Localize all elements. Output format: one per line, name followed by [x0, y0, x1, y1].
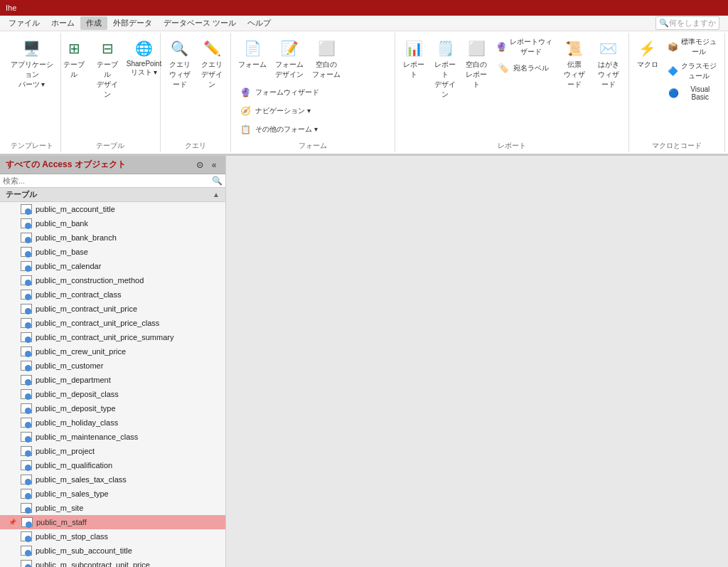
invoice-wizard-icon: 📜	[563, 37, 586, 60]
btn-query-wizard[interactable]: 🔍 クエリウィザード	[165, 36, 195, 91]
table-name-label: public_m_customer	[36, 361, 103, 370]
btn-table[interactable]: ⊞ テーブル	[59, 36, 90, 81]
menu-search[interactable]: 🔍 何をしますか	[655, 16, 719, 30]
btn-class-module-label: クラスモジュール	[681, 61, 717, 81]
nav-collapse-icon[interactable]: «	[208, 159, 220, 171]
table-row[interactable]: public_m_deposit_class	[0, 387, 225, 401]
btn-report-wizard[interactable]: 🔮 レポートウィザード	[493, 36, 556, 58]
btn-class-module[interactable]: 🔷 クラスモジュール	[665, 60, 720, 83]
nav-header[interactable]: すべての Access オブジェクト ⊙ «	[0, 156, 225, 174]
btn-table-design[interactable]: ⊟ テーブルデザイン	[92, 36, 123, 101]
content-area	[226, 156, 728, 567]
table-row[interactable]: public_m_project	[0, 444, 225, 458]
menu-db-tools[interactable]: データベース ツール	[158, 16, 242, 30]
globe-overlay-icon	[25, 337, 31, 343]
table-row[interactable]: public_m_contract_unit_price_summary	[0, 330, 225, 344]
table-row[interactable]: public_m_qualification	[0, 458, 225, 472]
btn-blank-form[interactable]: ⬜ 空白のフォーム	[309, 36, 343, 81]
btn-invoice-wizard[interactable]: 📜 伝票ウィザード	[559, 36, 590, 91]
search-input[interactable]	[3, 176, 209, 185]
table-row[interactable]: public_m_deposit_type	[0, 401, 225, 415]
table-row[interactable]: 📌public_m_staff	[0, 515, 225, 529]
menu-home[interactable]: ホーム	[46, 16, 80, 30]
group-form-label: フォーム	[299, 141, 327, 152]
globe-overlay-icon	[25, 379, 31, 386]
btn-query-design[interactable]: ✏️ クエリデザイン	[198, 36, 226, 91]
btn-form-design[interactable]: 📝 フォームデザイン	[272, 36, 306, 81]
table-icon	[20, 545, 31, 556]
table-row[interactable]: public_m_stop_class	[0, 529, 225, 544]
btn-table-design-label: テーブルデザイン	[95, 60, 120, 100]
table-row[interactable]: public_m_bank	[0, 216, 225, 230]
table-row[interactable]: public_m_base	[0, 245, 225, 259]
group-report-label: レポート	[498, 141, 526, 152]
table-row[interactable]: public_m_contract_unit_price	[0, 302, 225, 316]
table-row[interactable]: public_m_department	[0, 373, 225, 387]
btn-sharepoint-list[interactable]: 🌐 SharePointリスト ▾	[126, 36, 162, 79]
other-forms-icon: 📋	[238, 122, 252, 137]
btn-report-design[interactable]: 🗒️ レポートデザイン	[431, 36, 459, 101]
class-module-icon: 🔷	[668, 64, 678, 78]
table-name-label: public_m_holiday_class	[36, 418, 118, 427]
globe-overlay-icon	[25, 422, 31, 428]
table-row[interactable]: public_m_account_title	[0, 202, 225, 216]
btn-blank-report[interactable]: ⬜ 空白のレポート	[462, 36, 491, 91]
btn-navigation[interactable]: 🧭 ナビゲーション ▾	[235, 102, 322, 120]
table-icon	[21, 516, 32, 528]
btn-application-parts[interactable]: 🖥️ アプリケーションパーツ ▾	[7, 36, 56, 91]
table-row[interactable]: public_m_contract_class	[0, 287, 225, 302]
group-query-label: クエリ	[185, 141, 206, 152]
report-small-buttons: 🔮 レポートウィザード 🏷️ 宛名ラベル	[493, 36, 556, 77]
menu-help[interactable]: ヘルプ	[242, 16, 277, 30]
table-row[interactable]: public_m_subcontract_unit_price	[0, 558, 225, 567]
table-icon	[20, 445, 31, 457]
btn-blank-form-label: 空白のフォーム	[312, 60, 341, 80]
btn-address-label[interactable]: 🏷️ 宛名ラベル	[493, 60, 556, 77]
table-row[interactable]: public_m_maintenance_class	[0, 430, 225, 444]
query-wizard-icon: 🔍	[168, 37, 191, 60]
section-toggle-icon[interactable]: ▲	[213, 191, 220, 198]
table-row[interactable]: public_m_sales_type	[0, 487, 225, 501]
form-design-icon: 📝	[278, 37, 301, 60]
btn-standard-module-label: 標準モジュール	[681, 37, 717, 57]
table-row[interactable]: public_m_calendar	[0, 259, 225, 273]
application-parts-icon: 🖥️	[21, 37, 43, 60]
table-row[interactable]: public_m_site	[0, 501, 225, 515]
table-row[interactable]: public_m_contract_unit_price_class	[0, 316, 225, 330]
navigation-icon: 🧭	[238, 104, 252, 118]
table-icon	[20, 531, 31, 542]
table-row[interactable]: public_m_holiday_class	[0, 415, 225, 430]
table-row[interactable]: public_m_crew_unit_price	[0, 344, 225, 359]
btn-form[interactable]: 📄 フォーム	[235, 36, 269, 71]
btn-other-forms[interactable]: 📋 その他のフォーム ▾	[235, 121, 322, 138]
table-row[interactable]: public_m_bank_branch	[0, 230, 225, 245]
btn-visual-basic[interactable]: 🔵 Visual Basic	[665, 84, 720, 102]
btn-postcard-wizard[interactable]: ✉️ はがきウィザード	[593, 36, 624, 91]
table-row[interactable]: public_m_construction_method	[0, 273, 225, 287]
globe-overlay-icon	[25, 237, 31, 243]
btn-standard-module[interactable]: 📦 標準モジュール	[665, 36, 720, 58]
nav-header-icons: ⊙ «	[194, 159, 220, 171]
table-name-label: public_m_calendar	[36, 262, 101, 270]
table-design-icon: ⊟	[96, 37, 119, 60]
globe-overlay-icon	[25, 450, 31, 457]
btn-form-wizard[interactable]: 🔮 フォームウィザード	[235, 84, 322, 101]
table-icon	[20, 303, 31, 314]
menu-external-data[interactable]: 外部データ	[107, 16, 158, 30]
nav-expand-icon[interactable]: ⊙	[194, 159, 205, 171]
globe-overlay-icon	[25, 223, 31, 229]
btn-macro[interactable]: ⚡ マクロ	[633, 36, 662, 71]
table-icon	[20, 388, 31, 400]
ribbon-group-table-inner: ⊞ テーブル ⊟ テーブルデザイン 🌐 SharePointリスト ▾	[59, 33, 162, 141]
menu-create[interactable]: 作成	[80, 16, 107, 30]
table-icon: ⊞	[63, 37, 85, 60]
table-row[interactable]: public_m_sales_tax_class	[0, 472, 225, 487]
table-row[interactable]: public_m_sub_account_title	[0, 544, 225, 558]
table-row[interactable]: public_m_customer	[0, 359, 225, 373]
section-header-table[interactable]: テーブル ▲	[0, 188, 225, 202]
menu-file[interactable]: ファイル	[3, 16, 46, 30]
ribbon-group-table: ⊞ テーブル ⊟ テーブルデザイン 🌐 SharePointリスト ▾ テーブル	[61, 33, 161, 152]
btn-report[interactable]: 📊 レポート	[400, 36, 428, 81]
globe-overlay-icon	[25, 408, 31, 414]
macro-small-buttons: 📦 標準モジュール 🔷 クラスモジュール 🔵 Visual Basic	[665, 36, 720, 102]
